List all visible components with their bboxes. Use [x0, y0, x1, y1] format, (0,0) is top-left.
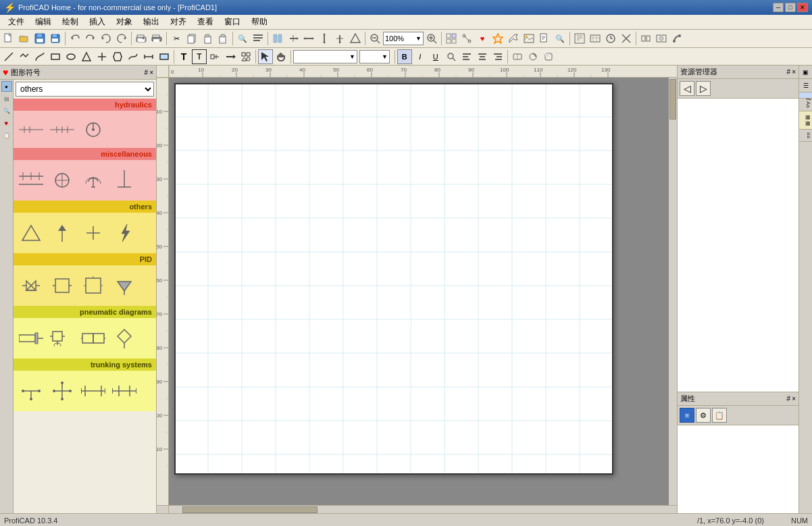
draw-measure[interactable]	[141, 49, 156, 64]
tb-e1[interactable]	[572, 31, 587, 46]
close-button[interactable]: ✕	[797, 3, 808, 12]
draw-polygon[interactable]	[79, 49, 94, 64]
fontsize-dropdown-arrow[interactable]: ▼	[382, 53, 388, 60]
zoom-out-button[interactable]	[367, 31, 382, 46]
menu-draw[interactable]: 绘制	[57, 15, 84, 29]
menu-help[interactable]: 帮助	[246, 15, 273, 29]
find-button[interactable]: 🔍	[235, 31, 250, 46]
component-tool[interactable]	[207, 49, 222, 64]
save-button[interactable]	[32, 31, 47, 46]
tb-grid-btn[interactable]	[444, 31, 459, 46]
tb-e2[interactable]	[588, 31, 603, 46]
tb-star-btn[interactable]	[490, 31, 505, 46]
hand-tool[interactable]	[274, 49, 288, 64]
search-button[interactable]	[444, 49, 459, 64]
tb-r2[interactable]	[526, 49, 540, 64]
paste-special-button[interactable]: ...	[215, 31, 230, 46]
draw-rect[interactable]	[48, 49, 63, 64]
fr-icon-grid[interactable]: ▦▦	[799, 111, 813, 130]
undo-button[interactable]	[68, 31, 82, 46]
draw-cross[interactable]	[95, 49, 109, 64]
props-pin[interactable]: #	[787, 395, 791, 402]
print-preview-button[interactable]	[134, 31, 149, 46]
menu-insert[interactable]: 插入	[84, 15, 111, 29]
drawing-canvas[interactable]	[174, 83, 613, 475]
tb-doc-btn[interactable]	[537, 31, 552, 46]
symbol-misc-3[interactable]	[80, 167, 107, 194]
props-controls[interactable]: # ×	[787, 395, 796, 402]
draw-arc[interactable]	[32, 49, 47, 64]
tb-e3[interactable]	[603, 31, 618, 46]
v-scrollbar-track[interactable]	[669, 78, 677, 505]
symbol-pneu-3[interactable]	[80, 325, 107, 352]
copy-button[interactable]	[184, 31, 199, 46]
symbol-trunk-1[interactable]	[18, 377, 45, 404]
draw-shape8[interactable]	[110, 49, 125, 64]
new-button[interactable]	[1, 31, 16, 46]
symbol-pneu-4[interactable]	[111, 325, 138, 352]
minimize-button[interactable]: ─	[773, 3, 784, 12]
zoom-dropdown-arrow[interactable]: ▼	[415, 35, 422, 42]
symbol-pid-4[interactable]	[111, 272, 138, 299]
resource-pin[interactable]: #	[787, 68, 791, 76]
symbol-pid-3[interactable]	[80, 272, 107, 299]
zoom-input[interactable]: 100%	[385, 34, 415, 43]
h-scrollbar-track[interactable]	[169, 506, 677, 513]
side-icon-5[interactable]: 📋	[1, 130, 12, 140]
symbol-others-2[interactable]	[49, 219, 76, 246]
symbol-trunk-4[interactable]	[111, 377, 138, 404]
side-icon-3[interactable]: 🔍	[1, 105, 12, 116]
text-tool[interactable]: T	[176, 49, 191, 64]
menu-view[interactable]: 查看	[192, 15, 219, 29]
tb-r3[interactable]	[541, 49, 556, 64]
underline-button[interactable]: U	[428, 49, 443, 64]
symbol-others-4[interactable]	[111, 219, 138, 246]
draw-fillrect[interactable]	[157, 49, 172, 64]
draw-wire[interactable]	[17, 49, 32, 64]
symbol-hydr-2[interactable]	[49, 116, 76, 143]
symbol-others-1[interactable]	[18, 219, 45, 246]
restore-button[interactable]: □	[785, 3, 796, 12]
title-bar-controls[interactable]: ─ □ ✕	[773, 3, 808, 12]
tb-img-btn[interactable]	[522, 31, 536, 46]
tb-conn-btn[interactable]	[459, 31, 474, 46]
canvas-scroll[interactable]	[169, 78, 677, 505]
side-icon-1[interactable]: ●	[1, 81, 12, 92]
symbol-hydr-1[interactable]	[18, 116, 45, 143]
zoom-combo[interactable]: 100% ▼	[383, 32, 424, 45]
symbol-trunk-2[interactable]	[49, 377, 76, 404]
nav-forward-button[interactable]: ▷	[696, 81, 711, 96]
symbol-pid-2[interactable]	[49, 272, 76, 299]
resource-close[interactable]: ×	[792, 68, 796, 76]
panel-controls[interactable]: # ×	[145, 69, 153, 76]
fr-icon-wavy[interactable]: 〜〜	[799, 93, 813, 99]
font-input[interactable]	[295, 53, 349, 61]
symbol-trunk-3[interactable]	[80, 377, 107, 404]
cut-button[interactable]: ✂	[169, 31, 184, 46]
fr-icon-1[interactable]: ▣	[799, 65, 813, 79]
symbol-misc-4[interactable]	[111, 167, 138, 194]
text-block[interactable]: T	[192, 49, 207, 64]
symbol-hydr-3[interactable]	[80, 116, 107, 143]
tb-tools-btn[interactable]	[506, 31, 521, 46]
tb-e4[interactable]	[619, 31, 634, 46]
props-icon-2[interactable]: ⚙	[696, 408, 711, 423]
font-combo[interactable]: ▼	[293, 50, 357, 63]
bold-button[interactable]: B	[397, 49, 412, 64]
save-all-button[interactable]	[48, 31, 63, 46]
category-dropdown[interactable]: others hydraulics miscellaneous PID pneu…	[16, 82, 154, 97]
fontsize-input[interactable]	[361, 53, 382, 61]
font-dropdown-arrow[interactable]: ▼	[349, 53, 355, 60]
fr-icon-2[interactable]: ☰	[799, 79, 813, 93]
symbol-pid-1[interactable]	[18, 272, 45, 299]
symbol-pneu-2[interactable]	[49, 325, 76, 352]
props-icon-3[interactable]: 📋	[712, 408, 727, 423]
zoom-in-button[interactable]	[424, 31, 439, 46]
tb-r1[interactable]	[510, 49, 525, 64]
tb-btn-f[interactable]	[348, 31, 363, 46]
resource-controls[interactable]: # ×	[787, 68, 796, 76]
print-button[interactable]	[149, 31, 164, 46]
select-tool[interactable]	[258, 49, 273, 64]
props-close[interactable]: ×	[792, 395, 796, 402]
draw-ellipse[interactable]	[64, 49, 78, 64]
